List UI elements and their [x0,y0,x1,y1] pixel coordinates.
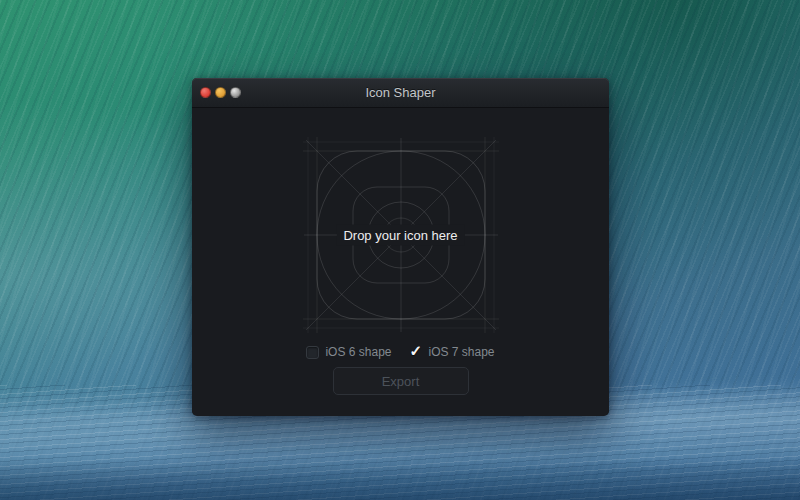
icon-drop-zone[interactable]: Drop your icon here [301,135,501,335]
ios7-label[interactable]: iOS 7 shape [429,345,495,359]
option-ios7-shape[interactable]: ✓ iOS 7 shape [410,345,495,359]
shape-options: iOS 6 shape ✓ iOS 7 shape [306,344,494,360]
app-window: Icon Shaper [192,78,609,415]
option-ios6-shape[interactable]: iOS 6 shape [306,345,391,359]
ios6-label[interactable]: iOS 6 shape [325,345,391,359]
ios6-checkbox[interactable] [306,346,319,359]
export-button[interactable]: Export [333,367,469,395]
window-content: Drop your icon here iOS 6 shape ✓ iOS 7 … [192,108,609,416]
titlebar[interactable]: Icon Shaper [192,78,609,108]
window-title: Icon Shaper [192,78,609,107]
ios7-checkbox[interactable]: ✓ [410,346,423,359]
drop-hint-text: Drop your icon here [336,225,464,246]
checkmark-icon: ✓ [410,343,423,358]
wallpaper-bottom-shade [0,460,800,500]
